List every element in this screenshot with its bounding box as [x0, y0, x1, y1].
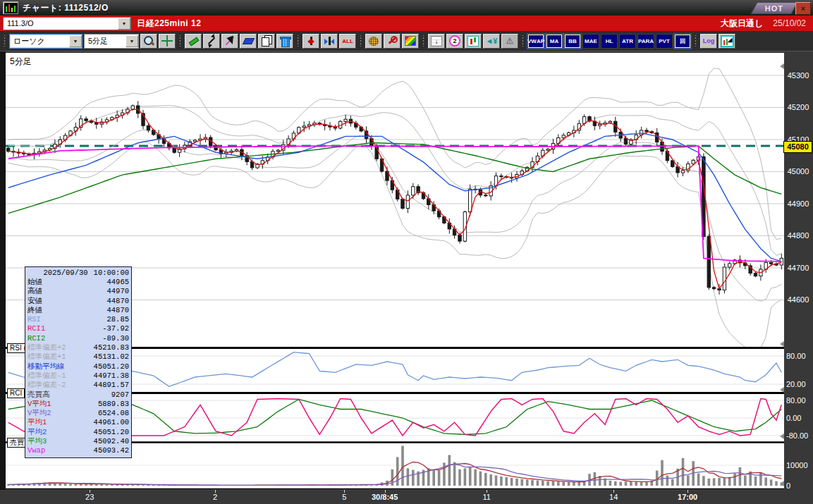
chevron-down-icon[interactable]: ▼ — [126, 35, 138, 47]
toolbar-grip[interactable] — [296, 35, 300, 47]
indicator-para-button[interactable]: PARA — [637, 34, 654, 49]
texture-icon[interactable] — [365, 34, 382, 49]
price-tick-label: 44700 — [784, 264, 812, 272]
indicator-vwap-button[interactable]: VWAP — [527, 34, 544, 49]
chevron-down-icon[interactable]: ▼ — [69, 35, 82, 47]
indicator-ma-button[interactable]: MA — [546, 34, 563, 49]
indicator-pvt-button[interactable]: PVT — [656, 34, 673, 49]
toolbar-grip[interactable] — [694, 35, 697, 47]
left-edge-strip — [0, 51, 6, 490]
tooltip-row: RSI28.85 — [27, 315, 129, 324]
price-tick-label: 44600 — [784, 295, 812, 304]
date-label: 25/10/02 — [773, 18, 806, 28]
tooltip-row: V平均26524.08 — [27, 409, 129, 418]
tooltip-row: RCI2-89.30 — [27, 334, 129, 343]
symbol-combo-value: 111.3/O — [7, 19, 118, 27]
data-tooltip: 2025/09/30 10:00:00 始値44965高値44970安値4487… — [25, 266, 132, 458]
instrument-bar: 111.3/O ▼ 日経225mini 12 大阪日通し 25/10/02 — [0, 16, 813, 31]
toolbar-grip[interactable] — [178, 35, 182, 47]
time-tick-label: 14 — [609, 493, 618, 501]
price-tick-label: 45000 — [784, 167, 812, 176]
yen-convert-icon[interactable]: ◄¥ — [483, 34, 500, 49]
tooltip-row: 平均245051.20 — [27, 428, 129, 437]
time-tick-label: 2 — [213, 493, 217, 501]
select-cursor-icon[interactable] — [221, 34, 238, 49]
copy-icon[interactable] — [258, 34, 275, 49]
toolbar-grip[interactable] — [359, 35, 362, 47]
log-scale-button[interactable]: Log — [700, 34, 717, 49]
zoom-icon[interactable] — [140, 34, 157, 49]
expand-bars-icon[interactable] — [302, 34, 319, 49]
draw-pencil-icon[interactable] — [185, 34, 202, 49]
tooltip-row: 始値44965 — [27, 278, 129, 287]
indicator-atr-button[interactable]: ATR — [619, 34, 636, 49]
tooltip-row: 標準偏差-244891.57 — [27, 381, 129, 390]
volume-panel-chip[interactable]: 売買 — [7, 438, 27, 448]
tooltip-row: RCI1-37.92 — [27, 324, 129, 333]
export-chart-icon[interactable]: ↓ — [428, 34, 445, 49]
tooltip-row: 高値44970 — [27, 287, 129, 296]
trend-line-icon[interactable] — [203, 34, 220, 49]
chart-color-settings-icon[interactable]: ◢ — [719, 34, 735, 49]
chart-type-combo[interactable]: ローソク ▼ — [9, 34, 82, 49]
time-tick-label: 23 — [85, 493, 94, 501]
chevron-down-icon[interactable]: ▼ — [118, 18, 130, 30]
window-title: チャート: 1112512/O — [23, 2, 109, 14]
symbol-combo[interactable]: 111.3/O ▼ — [3, 17, 131, 30]
toolbar: ローソク ▼ 5分足 ▼ ALL↓2◄¥⚠VWAPMABBMAEHLATRPAR… — [0, 31, 813, 51]
crosshair-grid-icon[interactable] — [159, 34, 176, 49]
close-icon[interactable]: × — [795, 2, 811, 15]
alert-icon-disabled[interactable]: ⚠ — [501, 34, 518, 49]
price-axis: 4530045200451004500044900448004470044600… — [784, 51, 813, 490]
tooltip-row: 安値44870 — [27, 297, 129, 306]
tooltip-date: 2025/09/30 — [44, 269, 88, 277]
indicator-bb-button[interactable]: BB — [564, 34, 581, 49]
hot-button[interactable]: HOT — [750, 2, 797, 14]
indicator-hl-button[interactable]: HL — [601, 34, 618, 49]
rci-panel-chip[interactable]: RCI — [7, 388, 25, 398]
rainbow-palette-icon[interactable] — [402, 34, 419, 49]
trash-icon[interactable] — [276, 34, 293, 49]
panel-collapse-arrow-icon[interactable] — [777, 481, 784, 486]
sub-axis-tick-label: 80.00 — [786, 396, 806, 405]
app-chart-icon — [3, 1, 18, 14]
tooltip-row: 標準偏差+145131.02 — [27, 352, 129, 362]
eraser-icon[interactable] — [240, 34, 257, 49]
chart-window: チャート: 1112512/O HOT × 111.3/O ▼ 日経225min… — [0, 0, 813, 504]
settings-wrench-icon[interactable] — [384, 34, 401, 49]
indicator-mae-button[interactable]: MAE — [582, 34, 599, 49]
candle-style-icon[interactable] — [465, 34, 482, 49]
time-tick-label: 11 — [483, 493, 491, 501]
sub-axis-tick-label: 10000 — [786, 461, 808, 469]
toolbar-grip[interactable] — [3, 35, 6, 47]
shrink-bars-icon[interactable] — [321, 34, 338, 49]
time-tick-label: 5 — [342, 493, 346, 501]
toolbar-grip[interactable] — [422, 35, 425, 47]
interval-combo[interactable]: 5分足 ▼ — [84, 34, 139, 49]
panel-collapse-arrow-icon[interactable] — [777, 434, 784, 439]
panel-collapse-arrow-icon[interactable] — [777, 63, 784, 69]
title-bar: チャート: 1112512/O HOT × — [0, 0, 813, 16]
sub-axis-tick-label: 80.00 — [786, 352, 806, 360]
toolbar-grip[interactable] — [521, 35, 525, 47]
price-tick-label: 45200 — [784, 103, 812, 111]
tooltip-row: 平均345092.40 — [27, 437, 129, 446]
price-tick-label: 44900 — [784, 199, 812, 208]
show-all-button[interactable]: ALL — [339, 34, 356, 49]
indicator-box-button[interactable]: 回 — [674, 34, 691, 49]
sub-axis-tick-label: 0 — [786, 481, 790, 490]
panel-collapse-arrow-icon[interactable] — [777, 387, 784, 393]
tooltip-row: Vwap45093.42 — [27, 446, 129, 455]
tooltip-time: 10:00:00 — [94, 269, 129, 277]
panel-collapse-arrow-icon[interactable] — [777, 341, 784, 347]
tooltip-row: 平均144961.00 — [27, 418, 129, 427]
tooltip-row: 標準偏差-144971.38 — [27, 371, 129, 381]
sub-axis-tick-label: 20.00 — [786, 380, 806, 388]
time-tick-label: 30/8:45 — [372, 493, 398, 501]
secondary-window-icon[interactable]: 2 — [446, 34, 463, 49]
time-axis: 232530/8:45111417:00 — [0, 490, 813, 504]
tooltip-row: 標準偏差+245210.83 — [27, 343, 129, 352]
tooltip-row: 終値44870 — [27, 306, 129, 315]
tooltip-row: V平均15889.83 — [27, 400, 129, 409]
sub-axis-tick-label: 0.00 — [786, 414, 801, 422]
